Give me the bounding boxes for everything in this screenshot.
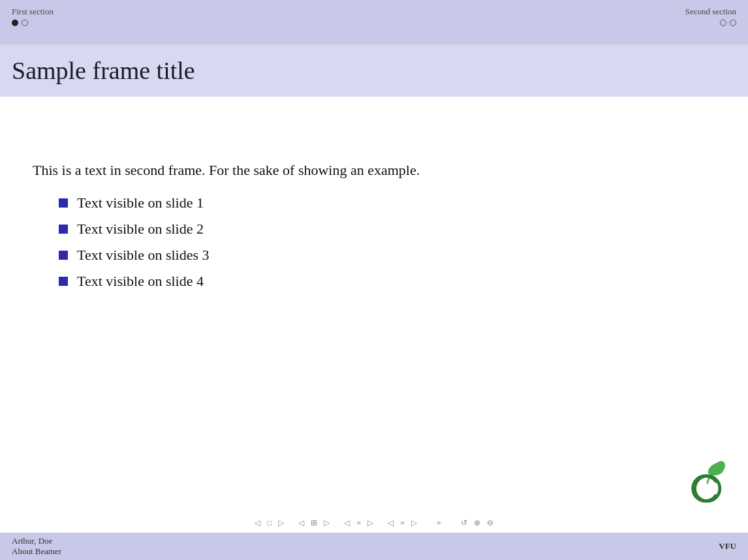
nav-controls[interactable]: ◁ □ ▷ ◁ ⊞ ▷ ◁ ≡ ▷ ◁ ≡ ▷ ≡ ↺ ⊕ ⊖ [253,518,495,529]
list-item: Text visible on slides 3 [59,247,715,264]
nav-prev-item[interactable]: ◁ [342,518,352,529]
dot-left-1 [12,20,18,26]
nav-box[interactable]: □ [265,518,273,529]
main-text: This is a text in second frame. For the … [33,162,715,179]
nav-align[interactable]: ≡ [435,518,443,529]
nav-zoom-out[interactable]: ⊖ [485,518,495,529]
list-item: Text visible on slide 4 [59,273,715,290]
header: First section Second section [0,0,748,44]
dot-right-1 [720,20,726,26]
logo-area [680,453,732,508]
nav-grid[interactable]: ⊞ [309,518,319,529]
nav-prev-sub[interactable]: ◁ [386,518,396,529]
nav-list[interactable]: ≡ [354,518,363,529]
main-content: This is a text in second frame. For the … [0,97,748,290]
section-right-label: Second section [685,7,736,17]
nav-back[interactable]: ↺ [459,518,469,529]
bullet-icon-1 [59,198,68,208]
dot-right-2 [730,20,736,26]
nav-prev-frame[interactable]: ◁ [253,518,262,529]
bullet-list: Text visible on slide 1 Text visible on … [33,194,715,290]
vfu-logo [680,453,732,505]
footer-institution: VFU [719,541,736,552]
footer-left: Arthur, Doe About Beamer [12,536,61,557]
section-left-label: First section [12,7,54,17]
list-item: Text visible on slide 1 [59,194,715,211]
nav-prev-section[interactable]: ◁ [296,518,306,529]
frame-title: Sample frame title [12,57,195,84]
dot-left-2 [22,20,28,26]
left-dots [12,20,54,26]
title-bar: Sample frame title [0,44,748,97]
nav-next-frame[interactable]: ▷ [276,518,286,529]
footer-author: Arthur, Doe [12,536,61,546]
nav-next-item[interactable]: ▷ [366,518,375,529]
bullet-icon-2 [59,225,68,234]
bullet-icon-3 [59,251,68,260]
section-right: Second section [685,7,736,26]
section-left: First section [12,7,54,26]
bullet-text-3: Text visible on slides 3 [77,247,210,264]
footer: Arthur, Doe About Beamer VFU [0,533,748,560]
nav-sublist[interactable]: ≡ [398,518,407,529]
bullet-icon-4 [59,277,68,286]
bullet-text-4: Text visible on slide 4 [77,273,204,290]
right-dots [720,20,736,26]
list-item: Text visible on slide 2 [59,221,715,238]
bullet-text-2: Text visible on slide 2 [77,221,204,238]
footer-subtitle: About Beamer [12,546,61,557]
nav-next-sub[interactable]: ▷ [409,518,419,529]
nav-next-section[interactable]: ▷ [322,518,332,529]
nav-zoom-in[interactable]: ⊕ [472,518,482,529]
bullet-text-1: Text visible on slide 1 [77,194,204,211]
